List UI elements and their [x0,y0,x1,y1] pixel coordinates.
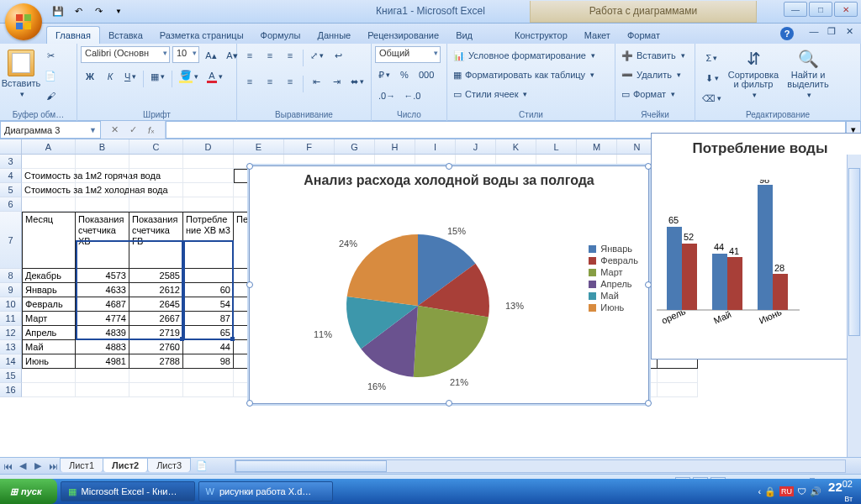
cell[interactable] [22,155,76,169]
border-button[interactable]: ▦▾ [147,67,168,86]
cancel-formula-icon[interactable]: ✕ [106,124,123,135]
insert-cells-button[interactable]: ➕Вставить▾ [619,46,688,65]
row-header[interactable]: 7 [0,212,22,269]
cell[interactable]: 2760 [129,340,183,354]
new-sheet-icon[interactable]: 📄 [194,460,209,471]
pie-chart[interactable]: Анализ расхода холодной воды за полгода … [249,165,649,404]
cell[interactable] [76,383,129,397]
cell[interactable]: Январь [22,283,76,297]
row-header[interactable]: 15 [0,369,22,383]
row-header[interactable]: 4 [0,169,22,183]
taskbar-button-excel[interactable]: ▦Microsoft Excel - Кни… [61,481,195,501]
taskbar-clock[interactable]: 2202Вт [825,479,856,504]
sort-filter-button[interactable]: ⇵ Сортировка и фильтр▾ [727,46,779,102]
horizontal-scrollbar[interactable] [235,459,846,473]
tab-view[interactable]: Вид [447,27,481,44]
find-select-button[interactable]: 🔍 Найти и выделить▾ [782,46,834,102]
font-size-select[interactable]: 10 [172,46,199,63]
cell[interactable]: 2667 [129,312,183,326]
cell[interactable]: 4573 [76,269,129,283]
minimize-button[interactable]: — [784,2,807,17]
cell[interactable] [183,155,234,169]
tab-review[interactable]: Рецензирование [359,27,447,44]
cell[interactable]: 4633 [76,283,129,297]
cell[interactable]: 2719 [129,326,183,340]
cell[interactable] [76,197,129,212]
enter-formula-icon[interactable]: ✓ [124,124,141,135]
office-button[interactable] [5,3,42,40]
cell-styles-button[interactable]: ▭Стили ячеек▾ [451,85,530,103]
cell[interactable]: 60 [183,283,234,297]
cell[interactable] [22,197,76,212]
cell[interactable]: Месяц [22,212,76,269]
row-header[interactable]: 10 [0,297,22,312]
cell[interactable]: 2788 [129,354,183,369]
tab-data[interactable]: Данные [309,27,359,44]
decrease-indent-button[interactable]: ⇤ [307,72,325,91]
column-header[interactable]: A [22,139,76,154]
mdi-close-icon[interactable]: ✕ [843,26,856,39]
pie-chart-legend[interactable]: Январь Февраль Март Апрель Май Июнь [589,242,638,314]
cell[interactable] [129,169,183,183]
sheet-tab[interactable]: Лист2 [103,458,148,472]
row-header[interactable]: 8 [0,269,22,283]
cell[interactable]: 4981 [76,354,129,369]
delete-cells-button[interactable]: ➖Удалить▾ [619,66,684,84]
cell[interactable]: Стоимость за 1м2 горячая вода [22,169,76,183]
cell[interactable] [22,383,76,397]
cell[interactable]: 44 [183,340,234,354]
cell[interactable]: Март [22,312,76,326]
row-header[interactable]: 6 [0,197,22,212]
tab-insert[interactable]: Вставка [100,27,151,44]
cell[interactable]: 2585 [129,269,183,283]
clear-button[interactable]: ⌫▾ [699,89,725,108]
cell[interactable]: 87 [183,312,234,326]
cell[interactable] [76,183,129,197]
cell[interactable] [658,383,698,397]
cell[interactable]: 4687 [76,297,129,312]
cell[interactable] [129,155,183,169]
column-header[interactable]: F [284,139,335,154]
wrap-text-button[interactable]: ↩ [329,46,347,65]
name-box[interactable]: Диаграмма 3▼ [0,121,101,139]
fill-button[interactable]: ⬇▾ [699,69,725,87]
tab-chart-layout[interactable]: Макет [576,27,619,44]
cell[interactable] [129,383,183,397]
tab-chart-format[interactable]: Формат [619,27,668,44]
tab-formulas[interactable]: Формулы [252,27,309,44]
undo-icon[interactable]: ↶ [69,3,87,21]
cell[interactable]: 65 [183,326,234,340]
align-bottom-button[interactable]: ≡ [281,46,299,65]
increase-decimal-button[interactable]: .0→ [375,87,399,105]
column-header[interactable]: M [577,139,617,154]
row-header[interactable]: 12 [0,326,22,340]
cell[interactable]: Февраль [22,297,76,312]
align-center-button[interactable]: ≡ [261,72,279,91]
tab-chart-design[interactable]: Конструктор [506,27,576,44]
cell[interactable] [76,155,129,169]
help-icon[interactable]: ? [780,27,794,40]
tray-icon[interactable]: ‹ [758,486,761,496]
column-header[interactable]: L [536,139,577,154]
vertical-scrollbar[interactable] [847,155,861,457]
cell[interactable] [183,197,234,212]
cell[interactable]: Стоимость за 1м2 холодная вода [22,183,76,197]
percent-button[interactable]: % [395,66,414,84]
fx-icon[interactable]: fₓ [143,124,160,135]
sheet-nav-next-icon[interactable]: ▶ [30,460,45,471]
row-header[interactable]: 5 [0,183,22,197]
tab-page-layout[interactable]: Разметка страницы [151,27,252,44]
sheet-tab[interactable]: Лист3 [147,458,191,472]
cell[interactable] [76,169,129,183]
tray-icon[interactable]: 🔊 [810,486,821,497]
format-cells-button[interactable]: ▭Формат▾ [619,85,678,103]
cell[interactable] [129,197,183,212]
close-button[interactable]: ✕ [834,2,858,17]
row-header[interactable]: 9 [0,283,22,297]
font-name-select[interactable]: Calibri (Основн [81,46,170,63]
cell[interactable] [22,369,76,383]
cell[interactable] [183,383,234,397]
number-format-select[interactable]: Общий [375,46,441,63]
copy-button[interactable]: 📄 [41,66,60,85]
cell[interactable] [183,169,234,183]
